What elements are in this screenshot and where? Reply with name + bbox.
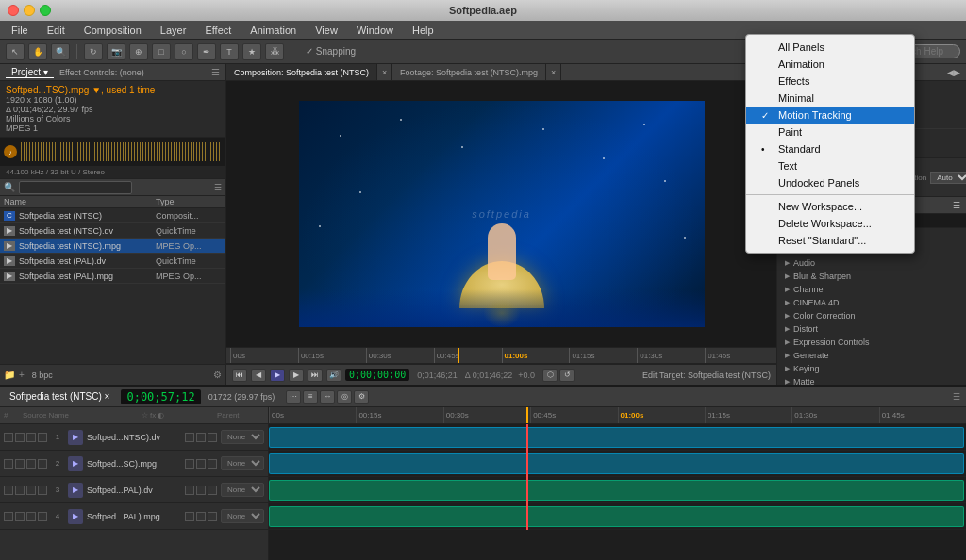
transport-ram[interactable]: ⬡ bbox=[542, 369, 558, 382]
effect-generate[interactable]: ▶ Generate bbox=[777, 349, 966, 362]
transport-last[interactable]: ⏭ bbox=[308, 369, 323, 382]
workspace-all-panels[interactable]: All Panels bbox=[746, 39, 914, 56]
tool-mask-ellipse[interactable]: ○ bbox=[175, 43, 193, 60]
tool-text[interactable]: T bbox=[220, 43, 239, 60]
tool-shape[interactable]: ★ bbox=[242, 43, 261, 60]
effect-audio[interactable]: ▶ Audio bbox=[777, 256, 966, 270]
file-row-1[interactable]: C Softpedia test (NTSC) Composit... bbox=[0, 208, 225, 223]
clip-4[interactable] bbox=[269, 506, 964, 527]
tool-select[interactable]: ↖ bbox=[6, 43, 25, 60]
resolution-select[interactable]: AutoFullHalf bbox=[930, 172, 966, 184]
track-sw-3c[interactable] bbox=[208, 486, 217, 495]
menu-edit[interactable]: Edit bbox=[43, 24, 69, 37]
track-parent-4[interactable]: None bbox=[221, 509, 264, 523]
track-visible-2[interactable] bbox=[15, 459, 25, 469]
new-folder-icon[interactable]: + bbox=[19, 370, 25, 380]
new-composition-icon[interactable]: 📁 bbox=[4, 370, 15, 380]
tool-hand[interactable]: ✋ bbox=[28, 43, 47, 60]
minimize-button[interactable] bbox=[24, 5, 35, 16]
workspace-new[interactable]: New Workspace... bbox=[746, 198, 914, 215]
track-sw-2b[interactable] bbox=[196, 459, 206, 469]
timeline-tab[interactable]: Softpedia test (NTSC) × bbox=[6, 391, 113, 402]
maximize-button[interactable] bbox=[40, 5, 51, 16]
effect-matte[interactable]: ▶ Matte bbox=[777, 375, 966, 385]
tl-btn-5[interactable]: ⚙ bbox=[354, 390, 369, 404]
menu-effect[interactable]: Effect bbox=[201, 24, 235, 37]
workspace-minimal[interactable]: Minimal bbox=[746, 90, 914, 107]
track-sw-4c[interactable] bbox=[208, 512, 217, 521]
file-row-3[interactable]: ▶ Softpedia test (NTSC).mpg MPEG Op... bbox=[0, 239, 225, 254]
effect-cinema4d[interactable]: ▶ CINEMA 4D bbox=[777, 296, 966, 309]
track-shy-3[interactable] bbox=[38, 486, 47, 495]
track-solo-2[interactable] bbox=[4, 459, 13, 469]
project-tab[interactable]: Project ▾ bbox=[6, 67, 54, 78]
tl-btn-2[interactable]: ≡ bbox=[303, 390, 318, 404]
effect-color-correction[interactable]: ▶ Color Correction bbox=[777, 309, 966, 322]
effect-keying[interactable]: ▶ Keying bbox=[777, 362, 966, 375]
track-parent-3[interactable]: None bbox=[221, 483, 264, 497]
effects-panel-menu[interactable]: ☰ bbox=[953, 201, 960, 210]
file-list-menu[interactable]: ☰ bbox=[214, 183, 222, 192]
tool-anchor[interactable]: ⊕ bbox=[129, 43, 148, 60]
menu-composition[interactable]: Composition bbox=[80, 24, 145, 37]
track-sw-1b[interactable] bbox=[196, 433, 206, 442]
file-row-4[interactable]: ▶ Softpedia test (PAL).dv QuickTime bbox=[0, 254, 225, 269]
panel-menu-icon[interactable]: ☰ bbox=[211, 67, 220, 77]
effect-channel[interactable]: ▶ Channel bbox=[777, 283, 966, 296]
tl-btn-1[interactable]: ⋯ bbox=[286, 390, 301, 404]
timeline-timecode[interactable]: 0;00;57;12 bbox=[121, 389, 200, 404]
menu-layer[interactable]: Layer bbox=[157, 24, 191, 37]
track-visible-4[interactable] bbox=[15, 512, 25, 521]
composition-tab[interactable]: Composition: Softpedia test (NTSC) bbox=[226, 64, 377, 80]
footage-tab[interactable]: Footage: Softpedia test (NTSC).mpg bbox=[392, 64, 546, 80]
transport-first[interactable]: ⏮ bbox=[232, 369, 247, 382]
comp-tab-close[interactable]: × bbox=[377, 64, 392, 80]
workspace-effects[interactable]: Effects bbox=[746, 73, 914, 90]
audio-panel-expand[interactable]: ◀▶ bbox=[947, 68, 960, 77]
tool-camera[interactable]: 📷 bbox=[107, 43, 125, 60]
track-parent-2[interactable]: None bbox=[221, 456, 264, 470]
track-shy-2[interactable] bbox=[38, 459, 47, 469]
transport-prev-frame[interactable]: ◀ bbox=[251, 369, 266, 382]
track-shy-4[interactable] bbox=[38, 512, 47, 521]
track-sw-2c[interactable] bbox=[208, 459, 217, 469]
file-row-5[interactable]: ▶ Softpedia test (PAL).mpg MPEG Op... bbox=[0, 269, 225, 284]
tool-pen[interactable]: ✒ bbox=[197, 43, 216, 60]
workspace-standard[interactable]: • Standard bbox=[746, 140, 914, 157]
file-search-input[interactable] bbox=[19, 181, 132, 194]
clip-2[interactable] bbox=[269, 453, 964, 474]
close-button[interactable] bbox=[8, 5, 19, 16]
tl-menu[interactable]: ☰ bbox=[953, 392, 960, 402]
track-solo-4[interactable] bbox=[4, 512, 13, 521]
track-parent-1[interactable]: None bbox=[221, 430, 264, 444]
menu-animation[interactable]: Animation bbox=[246, 24, 300, 37]
transport-play[interactable]: ▶ bbox=[270, 369, 285, 382]
menu-view[interactable]: View bbox=[311, 24, 341, 37]
track-sw-2a[interactable] bbox=[185, 459, 194, 469]
effect-expression-controls[interactable]: ▶ Expression Controls bbox=[777, 336, 966, 349]
track-sw-1c[interactable] bbox=[208, 433, 217, 442]
snapping-label[interactable]: ✓ Snapping bbox=[306, 46, 356, 57]
effect-controls-tab[interactable]: Effect Controls: (none) bbox=[54, 68, 150, 77]
track-solo-3[interactable] bbox=[4, 486, 13, 495]
workspace-animation[interactable]: Animation bbox=[746, 56, 914, 73]
workspace-motion-tracking[interactable]: ✓ Motion Tracking bbox=[746, 107, 914, 124]
transport-next-frame[interactable]: ▶ bbox=[289, 369, 304, 382]
track-lock-1[interactable] bbox=[26, 433, 36, 442]
track-lock-2[interactable] bbox=[26, 459, 36, 469]
workspace-paint[interactable]: Paint bbox=[746, 124, 914, 140]
workspace-reset[interactable]: Reset "Standard"... bbox=[746, 232, 914, 249]
footage-tab-close[interactable]: × bbox=[546, 64, 561, 80]
transport-loop[interactable]: ↺ bbox=[559, 369, 575, 382]
track-lock-4[interactable] bbox=[26, 512, 36, 521]
menu-file[interactable]: File bbox=[8, 24, 32, 37]
workspace-undocked-panels[interactable]: Undocked Panels bbox=[746, 174, 914, 191]
effect-blur-sharpen[interactable]: ▶ Blur & Sharpen bbox=[777, 270, 966, 283]
clip-3[interactable] bbox=[269, 480, 964, 501]
menu-help[interactable]: Help bbox=[408, 24, 438, 37]
track-lock-3[interactable] bbox=[26, 486, 36, 495]
track-shy-1[interactable] bbox=[38, 433, 47, 442]
menu-window[interactable]: Window bbox=[353, 24, 397, 37]
transport-timecode[interactable]: 0;00;00;00 bbox=[345, 369, 409, 381]
file-row-2[interactable]: ▶ Softpedia test (NTSC).dv QuickTime bbox=[0, 223, 225, 239]
